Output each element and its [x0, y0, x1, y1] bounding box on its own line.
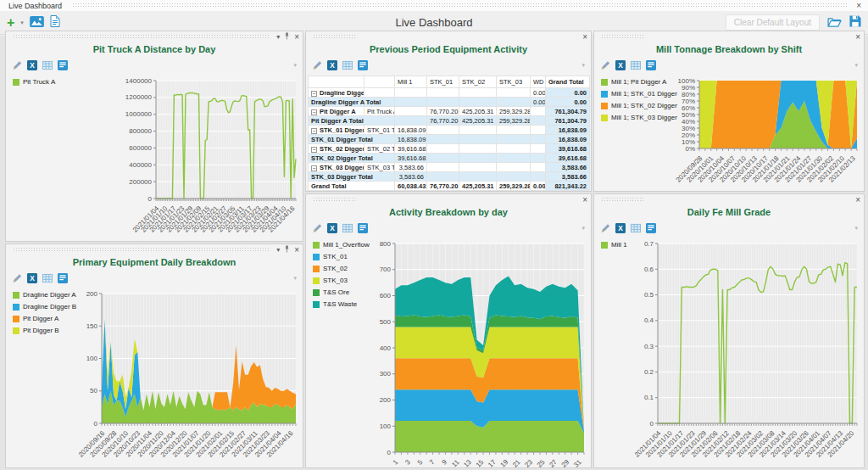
panel-drag-handle[interactable] [13, 34, 269, 40]
column-header[interactable]: Grand Total [546, 76, 590, 88]
toolbar-overflow-caret-icon[interactable]: ▾ [581, 62, 585, 69]
panel-drag-handle[interactable] [601, 197, 645, 203]
legend-label: T&S Ore [323, 288, 349, 296]
panel-close-icon[interactable]: × [294, 33, 299, 41]
clear-default-layout-button[interactable]: Clear Default Layout [726, 14, 820, 31]
export-excel-icon[interactable]: X [27, 273, 37, 283]
legend-item[interactable]: Mill 1_Overflow [313, 241, 370, 249]
toolbar-overflow-caret-icon[interactable]: ▾ [581, 225, 585, 232]
panel-close-icon[interactable]: × [855, 196, 860, 204]
export-report-icon[interactable] [358, 60, 368, 70]
legend-item[interactable]: Dragline Digger B [13, 303, 77, 311]
panel-close-icon[interactable]: × [582, 196, 587, 204]
export-report-icon[interactable] [58, 60, 68, 70]
panel-close-icon[interactable]: × [855, 33, 860, 41]
collapse-icon[interactable]: − [311, 147, 317, 153]
toolbar-overflow-caret-icon[interactable]: ▾ [854, 62, 858, 69]
export-excel-icon[interactable]: X [615, 223, 626, 233]
export-image-icon[interactable] [30, 15, 44, 31]
export-pdf-icon[interactable] [50, 15, 60, 31]
show-data-grid-icon[interactable] [631, 60, 641, 70]
close-icon[interactable]: × [854, 2, 863, 10]
column-header[interactable]: WD [531, 76, 546, 88]
table-row[interactable]: Pit Digger A Total76,770.20425,205.31259… [309, 116, 590, 126]
add-item-button[interactable]: + [7, 16, 14, 30]
table-row[interactable]: STK_01 Digger Total16,838.0916,838.09 [309, 135, 590, 144]
legend-item[interactable]: Mill 1; Pit Digger A [601, 78, 670, 86]
value-cell [459, 98, 497, 107]
show-data-grid-icon[interactable] [42, 273, 53, 283]
collapse-icon[interactable]: − [311, 91, 317, 97]
edit-dashboard-item-icon[interactable] [312, 223, 322, 233]
panel-drag-handle[interactable] [601, 34, 645, 40]
table-row[interactable]: −STK_02 DiggerSTK_02 Truck39,616.6839,61… [309, 144, 590, 154]
panel-close-icon[interactable]: × [582, 33, 587, 41]
legend-item[interactable]: Pit Truck A [13, 78, 114, 86]
panel-close-icon[interactable]: × [294, 246, 299, 254]
table-row[interactable]: −Dragline Digger A0.000.00 [309, 88, 590, 98]
table-row[interactable]: Grand Total60,038.4376,770.20425,205.312… [309, 182, 590, 191]
edit-dashboard-item-icon[interactable] [600, 223, 610, 233]
column-header[interactable]: STK_02 [459, 76, 497, 88]
column-header[interactable]: Mill 1 [395, 76, 427, 88]
table-row[interactable]: −STK_01 DiggerSTK_01 Truck16,838.0916,83… [309, 126, 590, 135]
collapse-icon[interactable]: − [311, 109, 317, 115]
panel-pin-icon[interactable] [284, 245, 290, 255]
legend-item[interactable]: Mill 1; STK_01 Digger [601, 90, 670, 98]
edit-dashboard-item-icon[interactable] [600, 60, 610, 70]
panel-menu-caret-icon[interactable]: ▾ [276, 34, 280, 41]
save-layout-icon[interactable] [849, 15, 861, 31]
legend-item[interactable]: STK_03 [313, 277, 370, 284]
export-report-icon[interactable] [646, 60, 656, 70]
show-data-grid-icon[interactable] [42, 60, 53, 70]
legend-item[interactable]: Pit Digger A [13, 315, 77, 322]
column-header[interactable]: STK_01 [427, 76, 459, 88]
collapse-icon[interactable]: − [311, 165, 317, 171]
edit-dashboard-item-icon[interactable] [312, 60, 322, 70]
table-row[interactable]: STK_02 Digger Total39,616.6839,616.68 [309, 154, 590, 163]
show-data-grid-icon[interactable] [631, 223, 641, 233]
legend-item[interactable]: Pit Digger B [13, 327, 77, 334]
table-row[interactable]: STK_03 Digger Total3,583.663,583.66 [309, 172, 590, 182]
add-item-caret-icon[interactable]: ▾ [20, 20, 24, 26]
panel-pin-icon[interactable] [284, 32, 290, 42]
legend-label: Mill 1; Pit Digger A [611, 78, 666, 86]
legend-item[interactable]: T&S Ore [313, 288, 370, 296]
panel-drag-handle[interactable] [13, 247, 269, 253]
column-header[interactable] [364, 76, 395, 88]
export-report-icon[interactable] [58, 273, 68, 283]
legend-item[interactable]: Dragline Digger A [13, 291, 77, 299]
table-row[interactable]: −Pit Digger APit Truck A76,770.20425,205… [309, 107, 590, 116]
toolbar-overflow-caret-icon[interactable]: ▾ [854, 225, 858, 232]
column-header[interactable]: STK_03 [497, 76, 531, 88]
export-excel-icon[interactable]: X [327, 60, 337, 70]
export-excel-icon[interactable]: X [327, 223, 337, 233]
show-data-grid-icon[interactable] [342, 223, 353, 233]
legend-item[interactable]: Mill 1; STK_03 Digger [601, 114, 670, 121]
column-header[interactable] [309, 76, 364, 88]
export-report-icon[interactable] [358, 223, 368, 233]
tab-drag-handle[interactable] [72, 3, 848, 8]
export-excel-icon[interactable]: X [615, 60, 626, 70]
toolbar-overflow-caret-icon[interactable]: ▾ [293, 275, 297, 282]
dashboard-tab[interactable]: Live Dashboard [5, 2, 65, 10]
collapse-icon[interactable]: − [311, 128, 317, 134]
table-row[interactable]: −STK_03 DiggerSTK_03 Truck3,583.663,583.… [309, 163, 590, 172]
export-excel-icon[interactable]: X [27, 60, 37, 70]
legend-item[interactable]: STK_02 [313, 265, 370, 272]
panel-drag-handle[interactable] [313, 34, 357, 40]
export-report-icon[interactable] [646, 223, 656, 233]
panel-menu-caret-icon[interactable]: ▾ [276, 247, 280, 254]
toolbar-overflow-caret-icon[interactable]: ▾ [293, 62, 297, 69]
legend-item[interactable]: Mill 1 [601, 241, 633, 249]
table-row[interactable]: Dragline Digger A Total0.000.00 [309, 98, 590, 107]
edit-dashboard-item-icon[interactable] [12, 273, 22, 283]
panel-drag-handle[interactable] [313, 197, 357, 203]
legend-item[interactable]: Mill 1; STK_02 Digger [601, 102, 670, 109]
legend-item[interactable]: T&S Waste [313, 300, 370, 308]
legend-item[interactable]: STK_01 [313, 253, 370, 260]
show-data-grid-icon[interactable] [342, 60, 353, 70]
edit-dashboard-item-icon[interactable] [12, 60, 22, 70]
svg-text:0.4: 0.4 [644, 316, 654, 324]
open-layout-folder-icon[interactable] [827, 15, 842, 31]
